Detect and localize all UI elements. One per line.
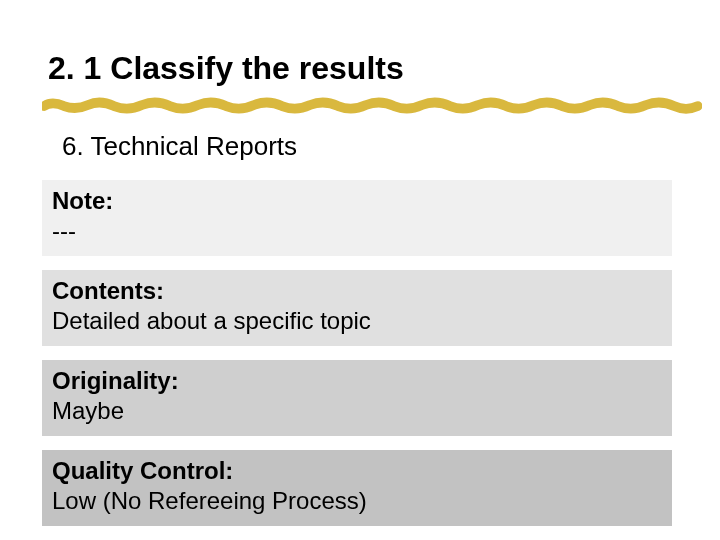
row-label: Originality:: [52, 366, 662, 396]
row-value: ---: [52, 216, 662, 246]
info-row-quality-control: Quality Control: Low (No Refereeing Proc…: [42, 450, 672, 526]
info-row-originality: Originality: Maybe: [42, 360, 672, 436]
slide-subheading: 6. Technical Reports: [62, 131, 672, 162]
row-value: Detailed about a specific topic: [52, 306, 662, 336]
title-underline: [42, 93, 702, 117]
slide-title: 2. 1 Classify the results: [48, 50, 672, 87]
row-label: Note:: [52, 186, 662, 216]
row-value: Low (No Refereeing Process): [52, 486, 662, 516]
info-rows: Note: --- Contents: Detailed about a spe…: [42, 180, 672, 526]
row-label: Contents:: [52, 276, 662, 306]
info-row-contents: Contents: Detailed about a specific topi…: [42, 270, 672, 346]
slide: 2. 1 Classify the results 6. Technical R…: [0, 0, 720, 526]
info-row-note: Note: ---: [42, 180, 672, 256]
row-value: Maybe: [52, 396, 662, 426]
row-label: Quality Control:: [52, 456, 662, 486]
